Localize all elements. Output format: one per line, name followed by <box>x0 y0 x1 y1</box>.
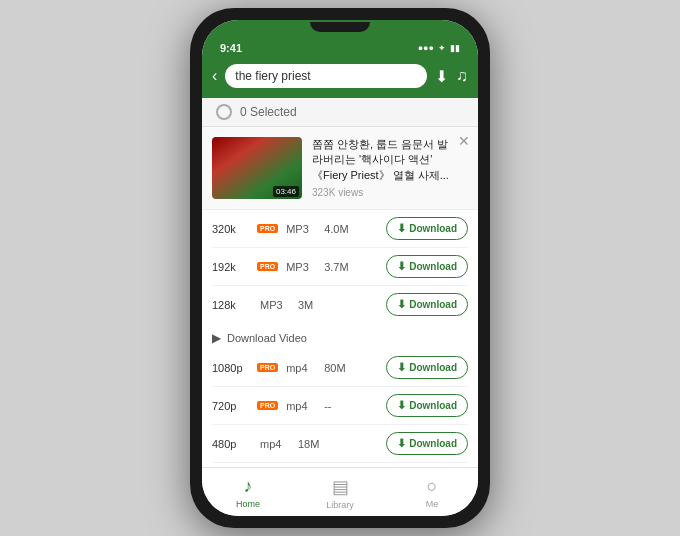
download-icon[interactable]: ⬇ <box>435 67 448 86</box>
content-area: 03:46 쫌쫌 안창환, 룹드 음문서 발라버리는 '핵사이다 액션' 《Fi… <box>202 127 478 467</box>
signal-icon: ●●● <box>418 43 434 53</box>
quality-label: 1080p <box>212 362 252 374</box>
search-query: the fiery priest <box>235 69 417 83</box>
selected-bar: 0 Selected <box>202 98 478 127</box>
download-btn-icon: ⬇ <box>397 437 406 450</box>
phone-screen: 9:41 ●●● ✦ ▮▮ ‹ the fiery priest ⬇ ♫ 0 S… <box>202 20 478 516</box>
me-nav-label: Me <box>426 499 439 509</box>
size-label: 3M <box>298 299 382 311</box>
format-label: MP3 <box>286 261 316 273</box>
quality-label: 128k <box>212 299 252 311</box>
status-time: 9:41 <box>220 42 242 54</box>
quality-label: 192k <box>212 261 252 273</box>
video-duration: 03:46 <box>273 186 299 197</box>
video-title: 쫌쫌 안창환, 룹드 음문서 발라버리는 '핵사이다 액션' 《Fiery Pr… <box>312 137 452 183</box>
size-label: 3.7M <box>324 261 382 273</box>
download-button[interactable]: ⬇ Download <box>386 217 468 240</box>
search-input-wrap[interactable]: the fiery priest <box>225 64 427 88</box>
quality-label: 720p <box>212 400 252 412</box>
video-section-header: ▶ Download Video <box>202 323 478 349</box>
format-label: mp4 <box>260 438 290 450</box>
video-download-row: 720p PRO mp4 -- ⬇ Download <box>212 387 468 425</box>
format-label: MP3 <box>260 299 290 311</box>
size-label: -- <box>324 400 382 412</box>
download-btn-label: Download <box>409 261 457 272</box>
nav-item-library[interactable]: ▤ Library <box>294 468 386 516</box>
video-section-title: Download Video <box>227 332 307 344</box>
download-btn-label: Download <box>409 362 457 373</box>
video-card: 03:46 쫌쫌 안창환, 룹드 음문서 발라버리는 '핵사이다 액션' 《Fi… <box>202 127 478 210</box>
home-nav-icon: ♪ <box>244 476 253 497</box>
video-thumb-inner: 03:46 <box>212 137 302 199</box>
notch-area <box>202 20 478 36</box>
size-label: 4.0M <box>324 223 382 235</box>
audio-download-row: 192k PRO MP3 3.7M ⬇ Download <box>212 248 468 286</box>
size-label: 80M <box>324 362 382 374</box>
video-section-icon: ▶ <box>212 331 221 345</box>
nav-item-home[interactable]: ♪ Home <box>202 468 294 516</box>
video-download-row: 480p mp4 18M ⬇ Download <box>212 425 468 463</box>
search-bar: ‹ the fiery priest ⬇ ♫ <box>202 58 478 98</box>
pro-badge: PRO <box>257 262 278 271</box>
select-checkbox[interactable] <box>216 104 232 120</box>
download-btn-icon: ⬇ <box>397 298 406 311</box>
download-btn-label: Download <box>409 400 457 411</box>
download-btn-icon: ⬇ <box>397 260 406 273</box>
video-thumbnail: 03:46 <box>212 137 302 199</box>
back-button[interactable]: ‹ <box>212 67 217 85</box>
audio-download-row: 128k MP3 3M ⬇ Download <box>212 286 468 323</box>
size-label: 18M <box>298 438 382 450</box>
close-button[interactable]: ✕ <box>458 133 470 149</box>
download-btn-icon: ⬇ <box>397 222 406 235</box>
status-icons: ●●● ✦ ▮▮ <box>418 43 460 53</box>
download-button[interactable]: ⬇ Download <box>386 356 468 379</box>
format-label: MP3 <box>286 223 316 235</box>
format-label: mp4 <box>286 400 316 412</box>
bluetooth-icon: ✦ <box>438 43 446 53</box>
download-button[interactable]: ⬇ Download <box>386 255 468 278</box>
pro-badge: PRO <box>257 363 278 372</box>
download-button[interactable]: ⬇ Download <box>386 394 468 417</box>
status-bar: 9:41 ●●● ✦ ▮▮ <box>202 36 478 58</box>
home-nav-label: Home <box>236 499 260 509</box>
download-button[interactable]: ⬇ Download <box>386 432 468 455</box>
library-nav-label: Library <box>326 500 354 510</box>
phone-frame: 9:41 ●●● ✦ ▮▮ ‹ the fiery priest ⬇ ♫ 0 S… <box>190 8 490 528</box>
pro-badge: PRO <box>257 224 278 233</box>
video-views: 323K views <box>312 187 452 198</box>
download-btn-label: Download <box>409 299 457 310</box>
battery-icon: ▮▮ <box>450 43 460 53</box>
music-icon[interactable]: ♫ <box>456 67 468 86</box>
library-nav-icon: ▤ <box>332 476 349 498</box>
audio-download-row: 320k PRO MP3 4.0M ⬇ Download <box>212 210 468 248</box>
bottom-nav: ♪ Home ▤ Library ○ Me <box>202 467 478 516</box>
quality-label: 320k <box>212 223 252 235</box>
pro-badge: PRO <box>257 401 278 410</box>
download-button[interactable]: ⬇ Download <box>386 293 468 316</box>
video-download-row: 1080p PRO mp4 80M ⬇ Download <box>212 349 468 387</box>
notch <box>310 22 370 32</box>
format-label: mp4 <box>286 362 316 374</box>
video-download-section: 1080p PRO mp4 80M ⬇ Download 720p PRO mp… <box>202 349 478 467</box>
video-info: 쫌쫌 안창환, 룹드 음문서 발라버리는 '핵사이다 액션' 《Fiery Pr… <box>312 137 468 199</box>
search-actions: ⬇ ♫ <box>435 67 468 86</box>
download-btn-label: Download <box>409 223 457 234</box>
nav-item-me[interactable]: ○ Me <box>386 468 478 516</box>
download-btn-label: Download <box>409 438 457 449</box>
download-btn-icon: ⬇ <box>397 361 406 374</box>
me-nav-icon: ○ <box>427 476 438 497</box>
download-btn-icon: ⬇ <box>397 399 406 412</box>
audio-download-section: 320k PRO MP3 4.0M ⬇ Download 192k PRO MP… <box>202 210 478 323</box>
selected-count: 0 Selected <box>240 105 297 119</box>
quality-label: 480p <box>212 438 252 450</box>
